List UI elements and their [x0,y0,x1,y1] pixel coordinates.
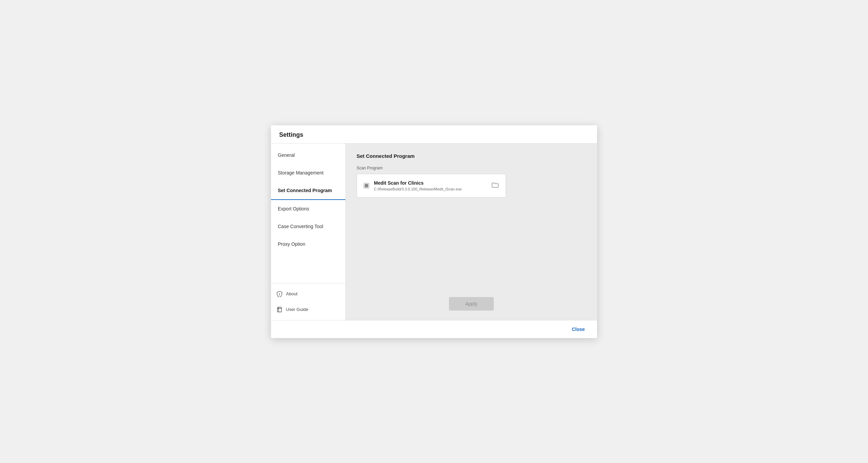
svg-rect-2 [277,307,282,312]
sidebar-item-export-options[interactable]: Export Options [271,200,345,218]
section-title: Set Connected Program [357,153,586,159]
sidebar-item-storage-management[interactable]: Storage Management [271,164,345,182]
settings-dialog: Settings General Storage Management Set … [271,125,597,338]
sidebar-item-proxy-option[interactable]: Proxy Option [271,235,345,253]
program-checkbox[interactable] [364,183,369,188]
sidebar-bottom: About User Guide [271,283,345,320]
sidebar-item-case-converting-tool[interactable]: Case Converting Tool [271,218,345,235]
dialog-title: Settings [271,125,597,144]
program-card: Medit Scan for Clinics C:/ReleaseBuild/3… [357,174,506,198]
dialog-footer: Close [271,320,597,338]
sidebar: General Storage Management Set Connected… [271,144,346,320]
main-content: Set Connected Program Scan Program Medit… [346,144,597,320]
svg-point-0 [279,293,280,294]
program-name: Medit Scan for Clinics [374,180,487,186]
apply-area: Apply [357,283,586,311]
program-path: C:/ReleaseBuild/3.3.0.100_Release/Medit_… [374,187,487,191]
book-icon [276,307,283,313]
checkbox-checked-indicator [365,184,368,187]
program-info: Medit Scan for Clinics C:/ReleaseBuild/3… [374,180,487,191]
sidebar-item-general[interactable]: General [271,146,345,164]
shield-icon [276,291,283,297]
checkbox-area[interactable] [364,183,369,188]
sidebar-item-user-guide[interactable]: User Guide [271,302,345,317]
close-button[interactable]: Close [569,325,587,333]
sidebar-item-about[interactable]: About [271,286,345,302]
sidebar-nav: General Storage Management Set Connected… [271,146,345,283]
folder-icon-button[interactable] [491,181,499,190]
dialog-body: General Storage Management Set Connected… [271,144,597,320]
folder-icon [491,181,499,189]
scan-program-label: Scan Program [357,166,586,170]
apply-button[interactable]: Apply [449,297,493,311]
sidebar-item-set-connected-program[interactable]: Set Connected Program [271,182,345,200]
